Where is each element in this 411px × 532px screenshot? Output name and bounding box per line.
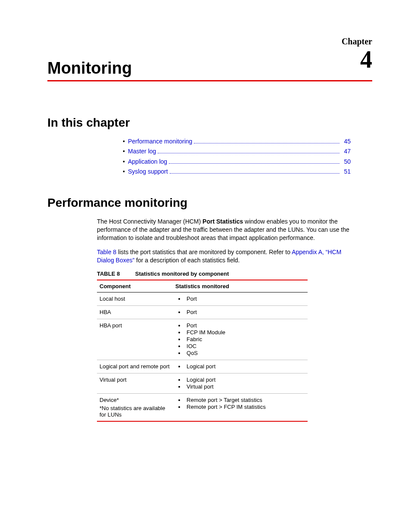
cell-component: HBA port [97, 319, 173, 360]
stats-item: FCP IM Module [185, 329, 305, 336]
toc-page[interactable]: 50 [341, 158, 351, 165]
page: Chapter 4 Monitoring In this chapter •Pe… [0, 0, 411, 532]
stats-table: Component Statistics monitored Local hos… [97, 280, 308, 422]
component-label: HBA port [100, 322, 170, 329]
stats-list: Logical port [175, 363, 305, 370]
p2-post: for a description of each statistics fie… [134, 257, 240, 264]
cell-stats: Port [173, 292, 308, 305]
toc-leader [170, 168, 340, 174]
p1-bold: Port Statistics [202, 218, 243, 225]
stats-list: Logical portVirtual port [175, 376, 305, 390]
table-block: TABLE 8 Statistics monitored by componen… [97, 271, 308, 422]
stats-item: Logical port [185, 376, 305, 383]
table-row: Device**No statistics are available for … [97, 393, 308, 421]
table-row: Logical port and remote portLogical port [97, 360, 308, 373]
toc-leader [169, 158, 339, 164]
table-row: HBA portPortFCP IM ModuleFabricIOCQoS [97, 319, 308, 360]
toc-page[interactable]: 51 [341, 168, 351, 175]
stats-list: PortFCP IM ModuleFabricIOCQoS [175, 322, 305, 356]
chapter-header: Chapter 4 [342, 37, 372, 72]
component-label: Logical port and remote port [100, 363, 170, 370]
toc-link[interactable]: Syslog support [128, 168, 168, 175]
toc-row: •Performance monitoring45 [123, 137, 351, 145]
cell-component: Virtual port [97, 373, 173, 393]
toc: •Performance monitoring45•Master log47•A… [123, 137, 351, 175]
stats-list: Port [175, 309, 305, 315]
toc-link[interactable]: Master log [128, 148, 156, 155]
cell-component: HBA [97, 305, 173, 319]
component-label: HBA [100, 309, 170, 315]
stats-item: Logical port [185, 363, 305, 370]
stats-item: Remote port > Target statistics [185, 397, 305, 403]
paragraph-1: The Host Connectivity Manager (HCM) Port… [97, 218, 359, 242]
toc-page[interactable]: 45 [341, 138, 351, 145]
th-stats: Statistics monitored [173, 280, 308, 292]
component-label: Local host [100, 296, 170, 302]
paragraph-2: Table 8 lists the port statistics that a… [97, 248, 359, 264]
cell-component: Logical port and remote port [97, 360, 173, 373]
stats-item: IOC [185, 343, 305, 349]
stats-item: QoS [185, 350, 305, 356]
toc-leader [194, 137, 339, 143]
p2-mid: lists the port statistics that are monit… [116, 249, 292, 255]
toc-row: •Master log47 [123, 148, 351, 156]
table-row: Local hostPort [97, 292, 308, 305]
toc-link[interactable]: Application log [128, 158, 167, 165]
table-caption-title: Statistics monitored by component [135, 271, 229, 277]
stats-item: Fabric [185, 336, 305, 342]
table-row: HBAPort [97, 305, 308, 319]
th-component: Component [97, 280, 173, 292]
section-performance-monitoring: Performance monitoring [47, 196, 372, 210]
section-in-this-chapter: In this chapter [47, 116, 372, 130]
link-table8[interactable]: Table 8 [97, 249, 116, 255]
cell-stats: Remote port > Target statisticsRemote po… [173, 393, 308, 421]
chapter-number: 4 [342, 47, 372, 72]
stats-item: Port [185, 309, 305, 315]
toc-row: •Syslog support51 [123, 168, 351, 176]
toc-row: •Application log50 [123, 158, 351, 165]
toc-bullet-icon: • [123, 158, 128, 165]
stats-item: Virtual port [185, 383, 305, 390]
table-caption: TABLE 8 Statistics monitored by componen… [97, 271, 308, 277]
toc-bullet-icon: • [123, 168, 128, 175]
chapter-label: Chapter [342, 37, 372, 47]
cell-stats: Port [173, 305, 308, 319]
cell-component: Device**No statistics are available for … [97, 393, 173, 421]
toc-bullet-icon: • [123, 148, 128, 155]
toc-page[interactable]: 47 [341, 148, 351, 155]
cell-stats: PortFCP IM ModuleFabricIOCQoS [173, 319, 308, 360]
table-row: Virtual portLogical portVirtual port [97, 373, 308, 393]
toc-link[interactable]: Performance monitoring [128, 138, 192, 145]
body-text: The Host Connectivity Manager (HCM) Port… [97, 218, 359, 264]
cell-stats: Logical port [173, 360, 308, 373]
toc-bullet-icon: • [123, 138, 128, 145]
component-label: Virtual port [100, 376, 170, 383]
component-label: Device* [100, 397, 170, 403]
stats-item: Port [185, 296, 305, 302]
cell-stats: Logical portVirtual port [173, 373, 308, 393]
title-rule [47, 80, 372, 81]
stats-item: Port [185, 322, 305, 329]
toc-leader [158, 148, 339, 154]
chapter-title: Monitoring [47, 59, 372, 78]
stats-item: Remote port > FCP IM statistics [185, 404, 305, 410]
cell-component: Local host [97, 292, 173, 305]
stats-list: Port [175, 296, 305, 302]
table-caption-label: TABLE 8 [97, 271, 120, 277]
stats-list: Remote port > Target statisticsRemote po… [175, 397, 305, 410]
p1-pre: The Host Connectivity Manager (HCM) [97, 218, 202, 225]
table-footnote: *No statistics are available for LUNs [100, 405, 170, 418]
